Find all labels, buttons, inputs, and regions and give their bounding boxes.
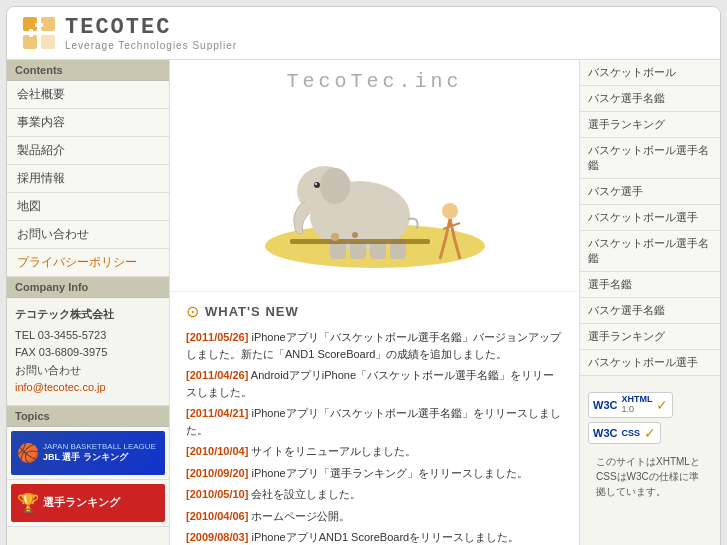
w3c-xhtml-label: W3C: [593, 399, 617, 411]
hero-section: TecoTec.inc: [170, 60, 579, 292]
news-date-3: [2010/10/04]: [186, 445, 248, 457]
svg-rect-1: [41, 17, 55, 31]
logo-text: TECOTEC Leverage Technologies Supplier: [65, 15, 237, 51]
w3c-css-badge[interactable]: W3C CSS ✓: [588, 422, 661, 444]
news-date-7: [2009/08/03]: [186, 531, 248, 543]
news-item-3[interactable]: [2010/10/04] サイトをリニューアルしました。: [186, 443, 563, 460]
right-nav-item-6[interactable]: バスケットボール選手名鑑: [580, 231, 720, 272]
contents-header: Contents: [7, 60, 169, 81]
right-nav-item-9[interactable]: 選手ランキング: [580, 324, 720, 350]
svg-point-19: [352, 232, 358, 238]
news-date-5: [2010/05/10]: [186, 488, 248, 500]
right-nav-item-0[interactable]: バスケットボール: [580, 60, 720, 86]
company-email[interactable]: info@tecotec.co.jp: [15, 379, 161, 397]
svg-point-10: [314, 182, 320, 188]
company-fax: FAX 03-6809-3975: [15, 344, 161, 362]
news-text-4: iPhoneアプリ「選手ランキング」をリリースしました。: [251, 467, 527, 479]
svg-rect-2: [23, 35, 37, 49]
svg-point-17: [442, 203, 458, 219]
w3c-css-label: W3C: [593, 427, 617, 439]
center-content: TecoTec.inc: [170, 60, 580, 545]
news-item-5[interactable]: [2010/05/10] 会社を設立しました。: [186, 486, 563, 503]
news-text-7: iPhoneアプリAND1 ScoreBoardをリリースしました。: [251, 531, 519, 543]
news-date-0: [2011/05/26]: [186, 331, 248, 343]
news-header: ⊙ WHAT'S NEW: [186, 302, 563, 321]
w3c-xhtml-badge[interactable]: W3C XHTML 1.0 ✓: [588, 392, 673, 418]
news-item-1[interactable]: [2011/04/26] AndroidアプリiPhone「バスケットボール選手…: [186, 367, 563, 400]
logo-icon: [21, 15, 57, 51]
svg-rect-5: [29, 29, 33, 37]
sidebar-item-privacy[interactable]: プライバシーポリシー: [7, 249, 169, 277]
company-info: テコテック株式会社 TEL 03-3455-5723 FAX 03-6809-3…: [7, 298, 169, 406]
main-layout: Contents 会社概要 事業内容 製品紹介 採用情報 地図 お問い合わせ プ…: [7, 60, 720, 545]
sidebar-item-map[interactable]: 地図: [7, 193, 169, 221]
logo-tagline: Leverage Technologies Supplier: [65, 40, 237, 51]
company-name: テコテック株式会社: [15, 306, 161, 324]
css-label: CSS: [621, 428, 640, 438]
xhtml-check-icon: ✓: [656, 397, 668, 413]
right-nav-item-5[interactable]: バスケットボール選手: [580, 205, 720, 231]
right-nav-item-7[interactable]: 選手名鑑: [580, 272, 720, 298]
xhtml-version: 1.0: [621, 405, 652, 415]
topics-section: 🏀 JAPAN BASKETBALL LEAGUE JBL 選手 ランキング 🏆…: [7, 427, 169, 527]
hero-title: TecoTec.inc: [190, 70, 559, 93]
news-header-text: WHAT'S NEW: [205, 304, 299, 319]
news-item-2[interactable]: [2011/04/21] iPhoneアプリ「バスケットボール選手名鑑」をリリー…: [186, 405, 563, 438]
ranking-badge-item[interactable]: 🏆 選手ランキング: [7, 480, 169, 527]
right-nav-item-10[interactable]: バスケットボール選手: [580, 350, 720, 376]
jbl-text: JAPAN BASKETBALL LEAGUE JBL 選手 ランキング: [43, 442, 156, 464]
svg-rect-16: [290, 239, 430, 244]
news-date-4: [2010/09/20]: [186, 467, 248, 479]
logo-name: TECOTEC: [65, 15, 237, 40]
right-nav-item-3[interactable]: バスケットボール選手名鑑: [580, 138, 720, 179]
ranking-badge: 🏆 選手ランキング: [11, 484, 165, 522]
topics-header: Topics: [7, 406, 169, 427]
company-info-header: Company Info: [7, 277, 169, 298]
svg-point-9: [320, 168, 350, 204]
news-item-6[interactable]: [2010/04/06] ホームページ公開。: [186, 508, 563, 525]
left-sidebar: Contents 会社概要 事業内容 製品紹介 採用情報 地図 お問い合わせ プ…: [7, 60, 170, 545]
right-nav-item-4[interactable]: バスケ選手: [580, 179, 720, 205]
logo: TECOTEC Leverage Technologies Supplier: [21, 15, 237, 51]
w3c-badges: W3C XHTML 1.0 ✓ W3C CSS ✓ このサイトはXHTMLとCS…: [580, 384, 720, 513]
right-nav-item-8[interactable]: バスケ選手名鑑: [580, 298, 720, 324]
right-nav-item-1[interactable]: バスケ選手名鑑: [580, 86, 720, 112]
header: TECOTEC Leverage Technologies Supplier: [7, 7, 720, 60]
right-sidebar: バスケットボール バスケ選手名鑑 選手ランキング バスケットボール選手名鑑 バス…: [580, 60, 720, 545]
svg-rect-3: [41, 35, 55, 49]
css-check-icon: ✓: [644, 425, 656, 441]
svg-point-11: [315, 183, 317, 185]
svg-rect-4: [35, 23, 43, 27]
jbl-badge: 🏀 JAPAN BASKETBALL LEAGUE JBL 選手 ランキング: [11, 431, 165, 475]
elephant-illustration: [245, 111, 505, 271]
ranking-text: 選手ランキング: [43, 495, 120, 510]
sidebar-item-business[interactable]: 事業内容: [7, 109, 169, 137]
jbl-badge-item[interactable]: 🏀 JAPAN BASKETBALL LEAGUE JBL 選手 ランキング: [7, 427, 169, 480]
sidebar-item-contact[interactable]: お問い合わせ: [7, 221, 169, 249]
news-item-4[interactable]: [2010/09/20] iPhoneアプリ「選手ランキング」をリリースしました…: [186, 465, 563, 482]
news-item-7[interactable]: [2009/08/03] iPhoneアプリAND1 ScoreBoardをリリ…: [186, 529, 563, 545]
news-text-6: ホームページ公開。: [251, 510, 350, 522]
news-date-2: [2011/04/21]: [186, 407, 248, 419]
sidebar-item-recruit[interactable]: 採用情報: [7, 165, 169, 193]
page-wrapper: TECOTEC Leverage Technologies Supplier C…: [6, 6, 721, 545]
news-text-3: サイトをリニューアルしました。: [251, 445, 416, 457]
news-section: ⊙ WHAT'S NEW [2011/05/26] iPhoneアプリ「バスケッ…: [170, 292, 579, 545]
news-date-6: [2010/04/06]: [186, 510, 248, 522]
news-text-5: 会社を設立しました。: [251, 488, 361, 500]
news-icon: ⊙: [186, 302, 199, 321]
hero-image: [190, 101, 559, 281]
svg-point-18: [331, 233, 339, 241]
news-date-1: [2011/04/26]: [186, 369, 248, 381]
right-nav-item-2[interactable]: 選手ランキング: [580, 112, 720, 138]
news-item-0[interactable]: [2011/05/26] iPhoneアプリ「バスケットボール選手名鑑」バージョ…: [186, 329, 563, 362]
company-inquiry-label: お問い合わせ: [15, 362, 161, 380]
w3c-description: このサイトはXHTMLとCSSはW3Cの仕様に準拠しています。: [588, 448, 712, 505]
company-tel: TEL 03-3455-5723: [15, 327, 161, 345]
sidebar-item-products[interactable]: 製品紹介: [7, 137, 169, 165]
sidebar-item-company[interactable]: 会社概要: [7, 81, 169, 109]
svg-rect-0: [23, 17, 37, 31]
